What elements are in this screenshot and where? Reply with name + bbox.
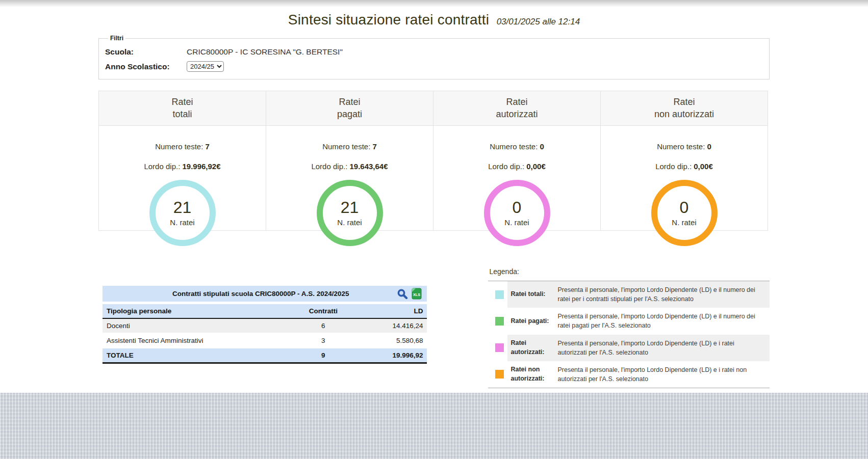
card-ratei-pagati: Ratei pagati Numero teste: 7 Lordo dip.:… [266, 91, 433, 231]
cell-totale-label: TOTALE [103, 348, 284, 363]
card-title-line1: Ratei [99, 96, 266, 109]
numero-teste-label: Numero teste: [490, 142, 538, 151]
ratei-count: 21 [341, 199, 359, 217]
table-row: Assistenti Tecnici Amministrativi 3 5.58… [103, 333, 427, 348]
numero-teste-label: Numero teste: [155, 142, 203, 151]
cell-contratti: 6 [284, 318, 362, 333]
numero-teste-line: Numero teste: 7 [99, 126, 266, 151]
legend-label: Ratei totali: [507, 281, 554, 308]
footer-texture [0, 393, 868, 459]
lordo-dip-label: Lordo dip.: [144, 162, 180, 171]
ratei-count-label: N. ratei [337, 218, 362, 227]
ratei-totali-circle: 21 N. ratei [149, 180, 216, 246]
col-tipologia: Tipologia personale [103, 304, 284, 318]
swatch-cell [488, 361, 507, 388]
lordo-dip-value: 0,00€ [526, 162, 546, 171]
contracts-table-section: Contratti stipulati scuola CRIC80000P - … [103, 286, 427, 364]
cell-ld: 14.416,24 [362, 318, 427, 333]
legend-label: Ratei autorizzati: [507, 335, 554, 361]
filters-fieldset: Filtri Scuola: CRIC80000P - IC SORESINA … [98, 35, 770, 79]
page-title-text: Sintesi situazione ratei contratti [288, 12, 489, 28]
numero-teste-line: Numero teste: 7 [266, 126, 433, 151]
xls-export-icon[interactable]: XLS [411, 288, 423, 300]
stat-cards-row: Ratei totali Numero teste: 7 Lordo dip.:… [98, 91, 770, 231]
legend-row-ratei-totali: Ratei totali: Presenta il personale, l'i… [488, 281, 770, 308]
card-ratei-autorizzati: Ratei autorizzati Numero teste: 0 Lordo … [433, 91, 601, 231]
year-filter-row: Anno Scolastico: 2024/25 [105, 61, 763, 72]
page-datetime: 03/01/2025 alle 12:14 [497, 17, 580, 26]
ratei-count-label: N. ratei [170, 218, 194, 227]
legend-description: Presenta il personale, l'importo Lordo D… [554, 335, 770, 361]
lordo-dip-line: Lordo dip.: 0,00€ [601, 162, 768, 171]
lordo-dip-label: Lordo dip.: [488, 162, 524, 171]
ratei-autorizzati-swatch [495, 343, 504, 352]
ratei-totali-swatch [495, 290, 504, 299]
lordo-dip-line: Lordo dip.: 19.643,64€ [266, 162, 433, 171]
card-ratei-totali-header: Ratei totali [99, 91, 266, 126]
card-ratei-totali: Ratei totali Numero teste: 7 Lordo dip.:… [98, 91, 266, 231]
top-shade [0, 0, 868, 7]
legend-section: Legenda: Ratei totali: Presenta il perso… [488, 267, 770, 388]
contracts-table-title: Contratti stipulati scuola CRIC80000P - … [103, 290, 396, 298]
swatch-cell [488, 335, 507, 361]
legend-description: Presenta il personale, l'importo Lordo D… [554, 361, 770, 388]
numero-teste-label: Numero teste: [657, 142, 705, 151]
card-title-line1: Ratei [266, 96, 433, 109]
card-ratei-autorizzati-header: Ratei autorizzati [433, 91, 600, 126]
contracts-table-header-row: Tipologia personale Contratti LD [103, 304, 427, 318]
legend-description: Presenta il personale, l'importo Lordo D… [554, 281, 770, 308]
lordo-dip-line: Lordo dip.: 19.996,92€ [99, 162, 266, 171]
content-area: Filtri Scuola: CRIC80000P - IC SORESINA … [98, 35, 770, 388]
legend-table: Ratei totali: Presenta il personale, l'i… [488, 281, 770, 388]
numero-teste-label: Numero teste: [322, 142, 370, 151]
table-total-row: TOTALE 9 19.996,92 [103, 348, 427, 363]
cell-tipologia: Docenti [103, 318, 284, 333]
ratei-count: 0 [680, 199, 689, 217]
numero-teste-value: 7 [206, 142, 210, 151]
card-title-line2: pagati [266, 109, 433, 121]
cell-contratti: 3 [284, 333, 362, 348]
card-title-line1: Ratei [433, 96, 600, 109]
page-title: Sintesi situazione ratei contratti 03/01… [0, 12, 868, 28]
school-value: CRIC80000P - IC SORESINA "G. BERTESI" [187, 47, 343, 57]
contracts-table: Tipologia personale Contratti LD Docenti… [103, 304, 427, 364]
ratei-pagati-swatch [495, 317, 504, 326]
card-title-line2: non autorizzati [601, 109, 768, 121]
ratei-pagati-circle: 21 N. ratei [317, 180, 383, 246]
filters-legend: Filtri [108, 35, 125, 42]
school-label: Scuola: [105, 47, 187, 57]
year-label: Anno Scolastico: [105, 62, 187, 71]
ratei-count: 0 [513, 199, 522, 217]
lordo-dip-label: Lordo dip.: [655, 162, 692, 171]
numero-teste-value: 0 [707, 142, 711, 151]
card-ratei-pagati-body: Numero teste: 7 Lordo dip.: 19.643,64€ 2… [266, 126, 433, 230]
card-title-line1: Ratei [601, 96, 768, 109]
cell-totale-contratti: 9 [284, 348, 362, 363]
swatch-cell [488, 281, 507, 308]
card-title-line2: autorizzati [433, 109, 600, 121]
cell-totale-ld: 19.996,92 [362, 348, 427, 363]
contracts-table-titlebar: Contratti stipulati scuola CRIC80000P - … [103, 286, 427, 302]
numero-teste-line: Numero teste: 0 [601, 126, 768, 151]
ratei-count: 21 [173, 199, 192, 217]
swatch-cell [488, 308, 507, 334]
legend-description: Presenta il personale, l'importo Lordo D… [554, 308, 770, 334]
ratei-count-label: N. ratei [504, 218, 529, 227]
col-ld: LD [362, 304, 427, 318]
search-icon[interactable] [396, 288, 409, 300]
legend-title: Legenda: [489, 267, 770, 276]
table-row: Docenti 6 14.416,24 [103, 318, 427, 333]
legend-label: Ratei pagati: [507, 308, 554, 334]
card-ratei-non-autorizzati-body: Numero teste: 0 Lordo dip.: 0,00€ 0 N. r… [601, 126, 768, 230]
legend-row-ratei-non-autorizzati: Ratei non autorizzati: Presenta il perso… [488, 361, 770, 388]
ratei-non-autorizzati-circle: 0 N. ratei [651, 180, 718, 246]
legend-row-ratei-pagati: Ratei pagati: Presenta il personale, l'i… [488, 308, 770, 334]
numero-teste-value: 7 [373, 142, 377, 151]
ratei-non-autorizzati-swatch [495, 370, 504, 379]
card-ratei-non-autorizzati-header: Ratei non autorizzati [601, 91, 768, 126]
school-year-select[interactable]: 2024/25 [187, 61, 224, 72]
ratei-count-label: N. ratei [672, 218, 696, 227]
bottom-row: Contratti stipulati scuola CRIC80000P - … [98, 267, 770, 388]
lordo-dip-value: 19.643,64€ [349, 162, 388, 171]
lordo-dip-line: Lordo dip.: 0,00€ [433, 162, 600, 171]
